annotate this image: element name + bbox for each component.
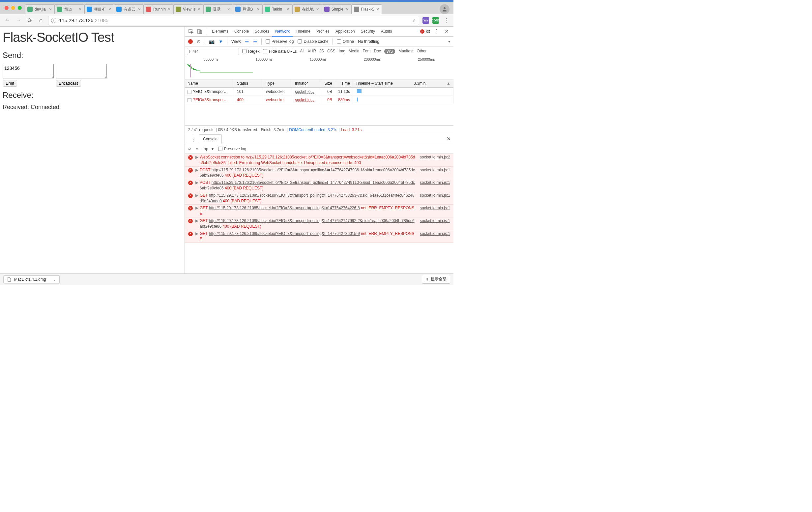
console-filter-icon[interactable]: ▿ xyxy=(196,147,198,151)
broadcast-button[interactable]: Broadcast xyxy=(56,80,81,87)
console-source-link[interactable]: socket.io.min.js:1 xyxy=(420,180,450,191)
broadcast-input[interactable] xyxy=(56,64,107,79)
tab-close-icon[interactable]: × xyxy=(287,7,290,11)
devtools-tab-console[interactable]: Console xyxy=(231,27,252,36)
console-error-row[interactable]: ✕▶GET http://115.29.173.126:21085/socket… xyxy=(185,230,454,243)
window-controls[interactable] xyxy=(1,4,25,14)
emit-button[interactable]: Emit xyxy=(3,80,17,87)
filter-type-media[interactable]: Media xyxy=(349,49,359,54)
filter-type-other[interactable]: Other xyxy=(417,49,427,54)
filter-type-ws[interactable]: WS xyxy=(384,49,395,54)
filter-type-img[interactable]: Img xyxy=(339,49,345,54)
network-overview[interactable]: 50000ms100000ms150000ms200000ms250000ms xyxy=(185,56,454,80)
capture-screenshots-icon[interactable]: 📷 xyxy=(209,39,214,44)
col-type[interactable]: Type xyxy=(263,80,292,87)
devtools-tab-elements[interactable]: Elements xyxy=(209,27,231,36)
console-source-link[interactable]: socket.io.min.js:1 xyxy=(420,168,450,179)
download-item[interactable]: MacDict1.4.1.dmg ⌄ xyxy=(3,275,60,283)
filter-input[interactable] xyxy=(187,48,239,55)
browser-tab[interactable]: View Is× xyxy=(173,4,203,14)
drawer-close-button[interactable]: ✕ xyxy=(446,136,451,142)
filter-type-xhr[interactable]: XHR xyxy=(308,49,316,54)
emit-input[interactable]: 123456 xyxy=(3,64,54,79)
console-source-link[interactable]: socket.io.min.js:1 xyxy=(420,193,450,204)
devtools-tab-timeline[interactable]: Timeline xyxy=(293,27,313,36)
console-error-row[interactable]: ✕▶GET http://115.29.173.126:21085/socket… xyxy=(185,217,454,230)
console-error-row[interactable]: ✕▶WebSocket connection to 'ws://115.29.1… xyxy=(185,154,454,167)
col-time[interactable]: Time xyxy=(335,80,353,87)
col-size[interactable]: Size xyxy=(319,80,335,87)
throttling-dropdown-icon[interactable]: ▾ xyxy=(448,39,450,44)
filter-type-css[interactable]: CSS xyxy=(327,49,336,54)
error-badge[interactable]: ✕ 33 xyxy=(420,29,430,34)
tab-close-icon[interactable]: × xyxy=(346,7,349,11)
console-clear-icon[interactable]: ⊘ xyxy=(188,147,192,151)
col-status[interactable]: Status xyxy=(234,80,263,87)
address-bar[interactable]: i 115.29.173.126:21085 ☆ xyxy=(48,16,419,25)
tab-close-icon[interactable]: × xyxy=(109,7,112,11)
zoom-window-icon[interactable] xyxy=(18,6,22,10)
tab-close-icon[interactable]: × xyxy=(316,7,320,11)
browser-tab[interactable]: 腾讯B× xyxy=(233,4,263,14)
console-source-link[interactable]: socket.io.min.js:2 xyxy=(420,154,450,166)
tab-close-icon[interactable]: × xyxy=(376,7,380,11)
col-name[interactable]: Name xyxy=(185,80,234,87)
drawer-menu-button[interactable]: ⋮ xyxy=(187,135,199,143)
browser-tab[interactable]: 有道云× xyxy=(114,4,144,14)
console-error-row[interactable]: ✕▶POST http://115.29.173.126:21085/socke… xyxy=(185,167,454,180)
cors-extension-icon[interactable]: CORS xyxy=(432,17,439,24)
filter-type-all[interactable]: All xyxy=(300,49,304,54)
col-initiator[interactable]: Initiator xyxy=(292,80,319,87)
minimize-window-icon[interactable] xyxy=(11,6,15,10)
filter-type-font[interactable]: Font xyxy=(363,49,371,54)
network-request-row[interactable]: ?EIO=3&transpor…101websocketsocket.io.…0… xyxy=(185,88,454,96)
drawer-tab-console[interactable]: Console xyxy=(199,134,222,144)
devtools-tab-network[interactable]: Network xyxy=(272,27,293,36)
site-info-icon[interactable]: i xyxy=(51,18,56,23)
console-error-row[interactable]: ✕▶GET http://115.29.173.126:21085/socket… xyxy=(185,205,454,217)
console-source-link[interactable]: socket.io.min.js:1 xyxy=(420,205,450,216)
browser-tab[interactable]: Simple× xyxy=(322,4,352,14)
device-toggle-icon[interactable] xyxy=(196,28,203,35)
filter-type-js[interactable]: JS xyxy=(319,49,324,54)
tab-close-icon[interactable]: × xyxy=(227,7,231,11)
chevron-down-icon[interactable]: ⌄ xyxy=(53,277,56,282)
network-request-row[interactable]: ?EIO=3&transpor…400websocketsocket.io.…0… xyxy=(185,96,454,104)
console-source-link[interactable]: socket.io.min.js:1 xyxy=(420,218,450,229)
browser-tab[interactable]: Talkin× xyxy=(263,4,292,14)
browser-tab[interactable]: dev.jia× xyxy=(25,4,55,14)
tab-close-icon[interactable]: × xyxy=(257,7,260,11)
large-rows-icon[interactable]: ☰ xyxy=(245,39,249,44)
preserve-log-checkbox[interactable]: Preserve log xyxy=(266,39,294,44)
console-preserve-checkbox[interactable]: Preserve log xyxy=(218,147,246,151)
extension-icon[interactable]: Ws xyxy=(423,17,429,24)
inspect-icon[interactable] xyxy=(187,28,195,35)
browser-menu-button[interactable]: ⋮ xyxy=(442,17,450,24)
hide-urls-checkbox[interactable]: Hide data URLs xyxy=(263,49,297,54)
tab-close-icon[interactable]: × xyxy=(168,7,171,11)
browser-tab[interactable]: 在线地× xyxy=(292,4,322,14)
bookmark-star-icon[interactable]: ☆ xyxy=(412,18,416,23)
devtools-close-button[interactable]: ✕ xyxy=(442,28,451,35)
record-button[interactable] xyxy=(188,39,193,44)
browser-tab[interactable]: Flask-S× xyxy=(352,4,382,14)
col-timeline[interactable]: Timeline – Start Time3.3min▲ xyxy=(353,80,454,87)
profile-avatar[interactable] xyxy=(440,4,450,14)
waterfall-icon[interactable]: ☱ xyxy=(253,39,257,44)
devtools-tab-security[interactable]: Security xyxy=(358,27,378,36)
tab-close-icon[interactable]: × xyxy=(49,7,52,11)
reload-button[interactable]: ⟳ xyxy=(26,17,34,24)
console-error-row[interactable]: ✕▶POST http://115.29.173.126:21085/socke… xyxy=(185,179,454,192)
browser-tab[interactable]: Runnin× xyxy=(144,4,173,14)
clear-button[interactable]: ⊘ xyxy=(197,39,201,44)
console-scope-select[interactable]: top ▾ xyxy=(203,147,213,151)
browser-tab[interactable]: 登录× xyxy=(203,4,233,14)
close-window-icon[interactable] xyxy=(5,6,8,10)
back-button[interactable]: ← xyxy=(3,17,11,24)
filter-toggle-icon[interactable]: ▼ xyxy=(219,39,223,44)
devtools-tab-audits[interactable]: Audits xyxy=(378,27,395,36)
show-all-downloads-button[interactable]: ⬇ 显示全部 xyxy=(422,275,450,284)
home-button[interactable]: ⌂ xyxy=(37,17,45,24)
filter-type-doc[interactable]: Doc xyxy=(374,49,381,54)
devtools-tab-application[interactable]: Application xyxy=(332,27,358,36)
